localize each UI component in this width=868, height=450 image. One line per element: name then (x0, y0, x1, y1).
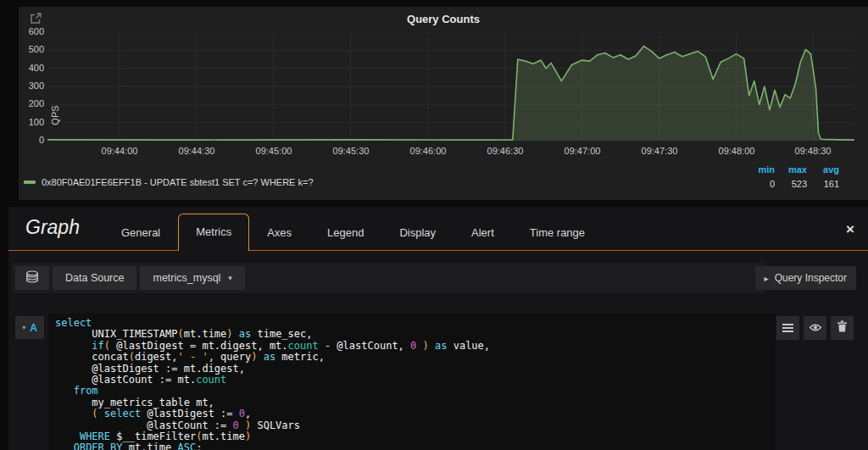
datasource-icon-button[interactable] (15, 266, 49, 290)
query-menu-button[interactable] (776, 316, 799, 340)
datasource-select[interactable]: metrics_mysql ▾ (140, 266, 244, 290)
y-tick-label: 200 (19, 98, 44, 108)
eye-icon (809, 320, 822, 336)
legend-stats: min max avg 0 523 161 (743, 164, 839, 191)
code-line: @lastCount := mt.count (55, 375, 776, 386)
x-tick-label: 09:46:00 (401, 146, 455, 156)
datasource-label: Data Source (53, 266, 136, 290)
stat-header-min: min (743, 164, 775, 176)
y-tick-label: 100 (19, 117, 44, 127)
code-line: ( select @lastDigest := 0, (55, 408, 776, 419)
x-tick-label: 09:47:30 (632, 146, 687, 156)
datasource-value: metrics_mysql (153, 272, 220, 284)
x-tick-label: 09:44:00 (92, 146, 147, 156)
tab-alert[interactable]: Alert (453, 214, 512, 251)
chevron-down-icon: ▾ (228, 274, 232, 282)
panel-type-title: Graph (25, 216, 80, 239)
y-tick-label: 400 (19, 63, 44, 73)
x-tick-label: 09:45:00 (247, 146, 301, 156)
close-icon[interactable]: × (846, 222, 854, 236)
panel-title: Query Counts (19, 13, 868, 25)
code-line: @lastDigest := mt.digest, (55, 364, 776, 375)
stat-header-max: max (775, 164, 807, 176)
code-line: @lastCount := 0 ) SQLVars (55, 420, 776, 431)
stat-header-avg: avg (807, 164, 839, 176)
chart-plot-area[interactable]: 0100200300400500600 09:44:0009:44:3009:4… (47, 32, 854, 141)
x-tick-label: 09:47:00 (555, 146, 609, 156)
stat-value-max: 523 (775, 178, 807, 191)
collapse-caret-icon: ▾ (22, 324, 25, 331)
y-tick-label: 500 (19, 44, 44, 54)
query-ref-toggle[interactable]: ▾ A (15, 316, 44, 339)
tab-axes[interactable]: Axes (249, 214, 309, 251)
code-line: UNIX_TIMESTAMP(mt.time) as time_sec, (55, 329, 776, 340)
query-row-actions (776, 316, 854, 340)
stat-value-avg: 161 (807, 178, 839, 191)
menu-icon (782, 324, 793, 325)
y-tick-label: 300 (19, 81, 44, 91)
x-tick-label: 09:44:30 (170, 146, 224, 156)
trash-icon (837, 320, 848, 336)
graph-panel: Query Counts 0100200300400500600 09:44:0… (19, 7, 868, 200)
code-line: from (55, 386, 776, 397)
editor-tabs: GeneralMetricsAxesLegendDisplayAlertTime… (103, 214, 603, 251)
datasource-strip: Data Source metrics_mysql ▾ (12, 263, 765, 293)
tab-display[interactable]: Display (381, 214, 453, 251)
sql-query-editor[interactable]: select UNIX_TIMESTAMP(mt.time) as time_s… (48, 314, 776, 450)
chevron-right-icon: ▸ (765, 274, 769, 283)
legend-series-label: 0x80F0AE01FE6EFF1B - UPDATE sbtest1 SET … (42, 177, 314, 187)
y-tick-label: 600 (19, 26, 44, 36)
chart-svg (47, 32, 854, 141)
code-line: my_metrics_table mt, (55, 397, 776, 408)
code-line: if( @lastDigest = mt.digest, mt.count - … (55, 341, 776, 352)
editor-header: Graph GeneralMetricsAxesLegendDisplayAle… (8, 207, 868, 251)
series-color-dash-icon (24, 181, 36, 184)
y-tick-label: 0 (19, 135, 44, 145)
delete-query-button[interactable] (831, 316, 854, 340)
query-ref-id: A (30, 322, 37, 334)
database-icon (25, 270, 39, 286)
code-line: ORDER BY mt.time ASC; (55, 442, 776, 450)
stat-value-min: 0 (743, 178, 775, 191)
datasource-toolbar: Data Source metrics_mysql ▾ ▸ Query Insp… (12, 263, 868, 293)
x-tick-label: 09:46:30 (478, 146, 532, 156)
panel-editor: Graph GeneralMetricsAxesLegendDisplayAle… (8, 207, 868, 450)
legend-series-item[interactable]: 0x80F0AE01FE6EFF1B - UPDATE sbtest1 SET … (24, 177, 314, 187)
x-tick-label: 09:48:00 (709, 146, 764, 156)
toggle-visibility-button[interactable] (804, 316, 826, 340)
code-line: select (55, 318, 776, 329)
query-inspector-label: Query Inspector (775, 272, 847, 284)
code-line: WHERE $__timeFilter(mt.time) (55, 431, 776, 442)
tab-legend[interactable]: Legend (309, 214, 381, 251)
query-inspector-button[interactable]: ▸ Query Inspector (755, 266, 856, 290)
tab-general[interactable]: General (103, 214, 178, 251)
x-tick-label: 09:45:30 (324, 146, 378, 156)
tab-time-range[interactable]: Time range (512, 214, 603, 251)
x-tick-label: 09:48:30 (786, 146, 840, 156)
code-line: concat(digest,' - ', query) as metric, (55, 352, 776, 363)
y-axis-title: QPS (50, 98, 60, 132)
query-row: ▾ A select UNIX_TIMESTAMP(mt.time) as ti… (8, 314, 868, 450)
tab-metrics[interactable]: Metrics (178, 214, 249, 251)
